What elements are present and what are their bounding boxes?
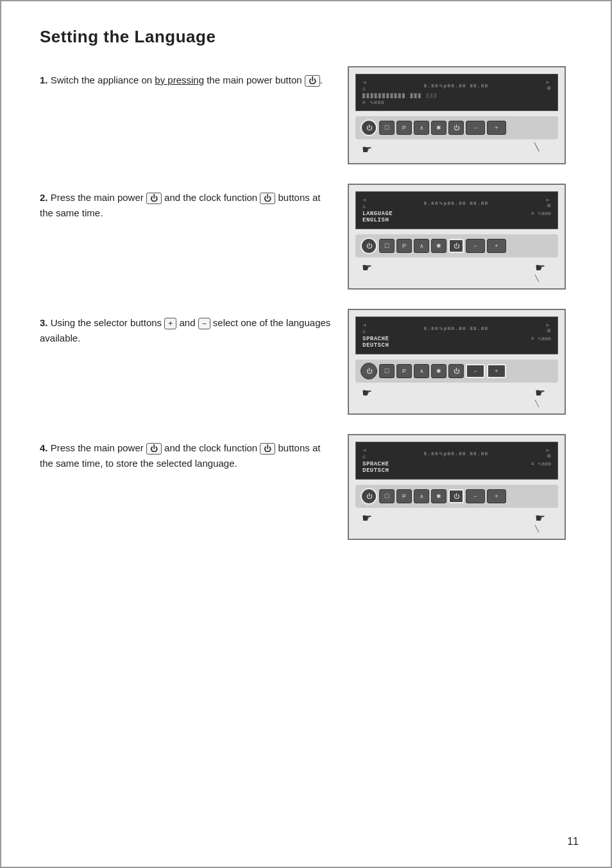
language-value-4: DEUTSCH: [362, 467, 531, 474]
language-value-3: DEUTSCH: [362, 342, 531, 349]
knob-area-2: ☛ ☛ ╲: [355, 261, 558, 282]
cursor-3b: ☛: [535, 386, 545, 400]
language-value-2: ENGLISH: [362, 217, 531, 223]
p-btn-3: P: [396, 364, 412, 378]
plus-button-icon-3: +: [164, 318, 176, 329]
clock-btn-4: ⏻: [448, 489, 464, 503]
device-4: ⊣△ 8.88∿p88.88 88.88 ⊢④ SPRACHE DEUTSCH …: [348, 434, 566, 540]
power-button-icon-1: ⏻: [305, 75, 320, 87]
button-row-1: ⏻ ☐ P ∧ ✱ ⏻ − +: [355, 116, 558, 139]
clock-btn-2: ⏻: [448, 239, 464, 253]
power-btn-3: ⏻: [361, 363, 377, 379]
plus-btn-3: +: [487, 364, 506, 378]
step-1-image: ⊣△ 8.88∿p88.88 88.88 ⊢④ ▓▓▓▓▓▓▓▓▓▓▓ ▓▓▓ …: [348, 66, 579, 164]
button-row-4: ⏻ ☐ P ∧ ✱ ⏻ − +: [355, 485, 558, 508]
step-2-image: ⊣△ 8.88∿p88.88 88.88 ⊢④ LANGUAGE ENGLISH…: [348, 184, 579, 290]
star-btn-3: ✱: [431, 364, 446, 378]
square-btn-1: ☐: [379, 121, 395, 135]
clock-btn-1: ⏻: [448, 121, 464, 135]
display-2-main: LANGUAGE ENGLISH ≡ ∿888: [362, 211, 551, 223]
language-label-2: LANGUAGE: [362, 211, 531, 217]
plus-btn-1: +: [487, 121, 506, 135]
step-4-number: 4.: [40, 442, 48, 453]
step-2-row: 2. Press the main power ⏻ and the clock …: [40, 184, 579, 290]
knob-area-3: ☛ ☛ ╲: [355, 386, 558, 407]
up-btn-2: ∧: [414, 239, 429, 253]
step-2-number: 2.: [40, 192, 48, 203]
page-number: 11: [567, 836, 579, 847]
step-1-row: 1. Switch the appliance on by pressing t…: [40, 66, 579, 164]
knob-area-4: ☛ ☛ ╲: [355, 511, 558, 532]
square-btn-2: ☐: [379, 239, 395, 253]
display-2-data: LANGUAGE ENGLISH: [362, 211, 531, 223]
plus-btn-2: +: [487, 239, 506, 253]
display-1: ⊣△ 8.88∿p88.88 88.88 ⊢④ ▓▓▓▓▓▓▓▓▓▓▓ ▓▓▓ …: [355, 74, 558, 111]
plus-btn-4: +: [487, 489, 506, 503]
clock-button-icon-2: ⏻: [260, 193, 275, 204]
star-btn-1: ✱: [431, 121, 446, 135]
cursor-4: ☛: [362, 511, 372, 525]
square-btn-4: ☐: [379, 489, 395, 503]
cursor-2: ☛: [362, 261, 372, 275]
display-4-data: SPRACHE DEUTSCH: [362, 461, 531, 474]
power-btn-1: ⏻: [361, 119, 377, 136]
display-2: ⊣△ 8.88∿p88.88 88.88 ⊢④ LANGUAGE ENGLISH…: [355, 191, 558, 229]
p-btn-4: P: [396, 489, 412, 503]
up-btn-1: ∧: [414, 121, 429, 135]
power-button-icon-2a: ⏻: [146, 193, 162, 204]
display-1-top: ⊣△ 8.88∿p88.88 88.88 ⊢④: [362, 80, 551, 91]
step-2-text: 2. Press the main power ⏻ and the clock …: [40, 184, 348, 221]
star-btn-2: ✱: [431, 239, 446, 253]
display-1-main: ▓▓▓▓▓▓▓▓▓▓▓ ▓▓▓ ▒▒▒ ≡ ∿888: [362, 93, 551, 105]
page: Setting the Language 1. Switch the appli…: [0, 0, 612, 868]
minus-btn-2: −: [466, 239, 485, 253]
up-btn-3: ∧: [414, 364, 429, 378]
step-3-image: ⊣△ 8.88∿p88.88 88.88 ⊢④ SPRACHE DEUTSCH …: [348, 309, 579, 415]
minus-btn-4: −: [466, 489, 485, 503]
square-btn-3: ☐: [379, 364, 395, 378]
clock-btn-3: ⏻: [448, 364, 464, 378]
display-2-top: ⊣△ 8.88∿p88.88 88.88 ⊢④: [362, 197, 551, 209]
step-1-text: 1. Switch the appliance on by pressing t…: [40, 66, 348, 88]
cursor-4b: ☛: [535, 511, 545, 525]
step-1-number: 1.: [40, 74, 48, 85]
device-3: ⊣△ 8.88∿p88.88 88.88 ⊢④ SPRACHE DEUTSCH …: [348, 309, 566, 415]
power-btn-2: ⏻: [361, 238, 377, 254]
step-4-image: ⊣△ 8.88∿p88.88 88.88 ⊢④ SPRACHE DEUTSCH …: [348, 434, 579, 540]
minus-btn-1: −: [466, 121, 485, 135]
power-button-icon-4a: ⏻: [146, 443, 162, 455]
language-label-3: SPRACHE: [362, 336, 531, 342]
language-label-4: SPRACHE: [362, 461, 531, 467]
up-btn-4: ∧: [414, 489, 429, 503]
device-2: ⊣△ 8.88∿p88.88 88.88 ⊢④ LANGUAGE ENGLISH…: [348, 184, 566, 290]
star-btn-4: ✱: [431, 489, 446, 503]
arrow-1: ╲: [534, 143, 552, 157]
button-row-2: ⏻ ☐ P ∧ ✱ ⏻ − +: [355, 234, 558, 257]
cursor-2b: ☛: [535, 261, 545, 275]
page-title: Setting the Language: [40, 27, 579, 47]
display-3-data: SPRACHE DEUTSCH: [362, 336, 531, 349]
knob-area-1: ☛ ╲: [355, 143, 558, 157]
clock-button-icon-4: ⏻: [260, 443, 275, 455]
step-4-text: 4. Press the main power ⏻ and the clock …: [40, 434, 348, 471]
device-1: ⊣△ 8.88∿p88.88 88.88 ⊢④ ▓▓▓▓▓▓▓▓▓▓▓ ▓▓▓ …: [348, 66, 566, 164]
display-1-data: ▓▓▓▓▓▓▓▓▓▓▓ ▓▓▓ ▒▒▒ ≡ ∿888: [362, 93, 551, 105]
step-3-number: 3.: [40, 317, 48, 328]
display-3-top: ⊣△ 8.88∿p88.88 88.88 ⊢④: [362, 322, 551, 334]
display-4-top: ⊣△ 8.88∿p88.88 88.88 ⊢④: [362, 447, 551, 459]
display-3: ⊣△ 8.88∿p88.88 88.88 ⊢④ SPRACHE DEUTSCH …: [355, 317, 558, 354]
step-4-row: 4. Press the main power ⏻ and the clock …: [40, 434, 579, 540]
cursor-3: ☛: [362, 386, 372, 400]
minus-button-icon-3: −: [198, 318, 210, 329]
button-row-3: ⏻ ☐ P ∧ ✱ ⏻ − +: [355, 360, 558, 383]
p-btn-1: P: [396, 121, 412, 135]
cursor-1: ☛: [362, 143, 372, 157]
display-4-main: SPRACHE DEUTSCH ≡ ∿888: [362, 461, 551, 474]
minus-btn-3: −: [466, 364, 485, 378]
step-3-row: 3. Using the selector buttons + and − se…: [40, 309, 579, 415]
display-3-main: SPRACHE DEUTSCH ≡ ∿888: [362, 336, 551, 349]
step-3-text: 3. Using the selector buttons + and − se…: [40, 309, 348, 346]
power-btn-4: ⏻: [361, 488, 377, 505]
display-4: ⊣△ 8.88∿p88.88 88.88 ⊢④ SPRACHE DEUTSCH …: [355, 442, 558, 480]
p-btn-2: P: [396, 239, 412, 253]
